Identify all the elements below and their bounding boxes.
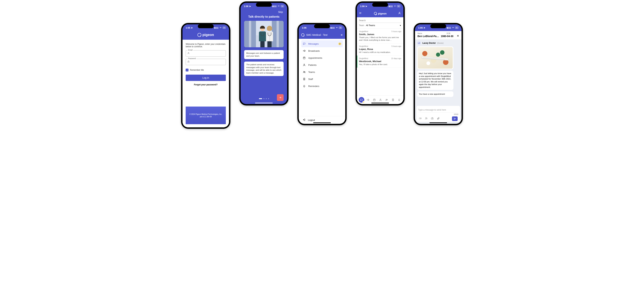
conversation-row[interactable]: SingleMind13 days ago Westbrook, Michael…: [357, 56, 404, 68]
signal-icon: ▮▯▯▯: [447, 27, 451, 29]
patient-header: NameDOB Ben LeBlond-Pa… 1980-04-30 ✕: [415, 31, 462, 39]
tab-broadcasts[interactable]: [366, 97, 370, 102]
conversation-name: Smith, James: [359, 33, 401, 36]
team-filter-value: All Teams: [366, 24, 398, 27]
svg-point-4: [304, 71, 304, 72]
wifi-icon: [336, 26, 338, 29]
pigeon-logo-icon: [198, 33, 201, 37]
nav-patients[interactable]: Patients: [301, 61, 343, 68]
lock-icon: [187, 60, 190, 63]
battery-indicator: 92: [397, 5, 400, 7]
svg-rect-9: [373, 99, 375, 101]
sender-name: Lacey Doctor: [422, 42, 436, 44]
search-placeholder: Search: [359, 19, 366, 22]
svg-point-3: [304, 64, 304, 65]
skip-link[interactable]: Skip: [278, 11, 283, 14]
svg-point-12: [387, 99, 388, 100]
attachment-icon[interactable]: [437, 117, 440, 120]
add-user-icon[interactable]: [425, 117, 428, 120]
conversation-row[interactable]: SingleMind5 hours ago Lopez, Rosa Hi! I …: [357, 43, 404, 56]
svg-point-0: [188, 52, 189, 53]
pigeon-logo-icon: [374, 12, 377, 15]
message-image[interactable]: [417, 46, 454, 69]
pigeon-logo-icon: [301, 33, 304, 37]
chat-icon: [302, 42, 306, 45]
patient-name: Ben LeBlond-Pa…: [418, 35, 439, 38]
chevron-down-icon: ▼: [400, 25, 401, 27]
tab-messages[interactable]: [359, 97, 364, 103]
team-filter-label: Team: [359, 24, 364, 27]
search-input[interactable]: Search: [359, 19, 401, 23]
conversation-name: Lopez, Rosa: [359, 48, 401, 50]
nav-messages[interactable]: Messages 2: [301, 40, 343, 47]
nav-label: Appointments: [308, 57, 322, 59]
location-icon: ➤: [191, 27, 193, 29]
nav-label: Messages: [308, 43, 319, 45]
nav-staff[interactable]: Staff: [301, 75, 343, 83]
battery-indicator: 92: [339, 27, 342, 29]
conversation-ago: 5 hours ago: [392, 45, 401, 47]
message-sender: LD Lacey Doctor (Doctor): [417, 41, 460, 45]
conversation-team: SingleMind: [359, 45, 368, 47]
version-text: prd-v1.2.38+39: [200, 116, 212, 118]
svg-point-10: [380, 99, 381, 100]
compose-input[interactable]: [418, 107, 458, 112]
camera-icon[interactable]: [431, 117, 434, 120]
close-icon[interactable]: ✕: [457, 34, 459, 38]
password-field[interactable]: [186, 59, 226, 65]
status-time: 1:06: [302, 27, 306, 29]
battery-indicator: 92: [281, 5, 284, 7]
bell-icon: [302, 85, 306, 87]
location-icon: ➤: [249, 5, 251, 8]
video-icon[interactable]: [419, 117, 422, 120]
svg-point-14: [393, 99, 393, 100]
svg-rect-15: [419, 118, 421, 119]
tab-teams[interactable]: [384, 97, 389, 102]
remember-me-checkbox[interactable]: ✓: [186, 69, 188, 71]
nav-broadcasts[interactable]: Broadcasts: [301, 47, 343, 54]
conversation-preview: Yes, I'll take a photo of the card.: [359, 63, 401, 66]
tab-appointments[interactable]: [372, 97, 377, 102]
svg-rect-1: [188, 61, 189, 62]
wifi-icon: [278, 5, 280, 8]
brand-header: pigeon: [182, 31, 229, 40]
wifi-icon: [394, 5, 396, 8]
copyright-text: © 2024 Pigeon Medical Technologies, Inc.: [189, 113, 222, 115]
menu-icon[interactable]: [359, 12, 362, 15]
brand-name: pigeon: [202, 33, 214, 37]
user-icon: [187, 52, 190, 55]
team-filter[interactable]: Team All Teams ▼: [359, 24, 401, 27]
header-name-label: Name: [418, 33, 434, 34]
header-dob-label: DOB: [446, 33, 450, 34]
close-icon[interactable]: ✕: [340, 33, 343, 37]
tab-patients[interactable]: [378, 97, 383, 102]
forgot-password-link[interactable]: Forgot your password?: [186, 83, 226, 86]
email-field[interactable]: [186, 50, 226, 57]
wifi-icon: [452, 26, 454, 29]
next-button[interactable]: [277, 94, 284, 101]
welcome-text: Welcome to Pigeon, enter your credential…: [186, 43, 226, 48]
nav-reminders[interactable]: Reminders: [301, 83, 343, 90]
svg-point-18: [432, 118, 432, 119]
calendar-icon: [302, 56, 306, 59]
tab-reminders[interactable]: [397, 97, 402, 102]
svg-point-11: [386, 99, 387, 100]
nav-teams[interactable]: Teams: [301, 68, 343, 75]
users-icon: [302, 71, 306, 73]
conversation-ago: 5 hours ago: [392, 30, 401, 33]
drawer-header: SMC Medical - Test ✕: [299, 31, 345, 39]
svg-rect-17: [431, 118, 433, 119]
nav-appointments[interactable]: Appointments: [301, 54, 343, 61]
svg-point-5: [304, 71, 305, 72]
nav-label: Staff: [308, 78, 313, 80]
onboarding-title: Talk directly to patients: [244, 15, 284, 18]
tab-staff[interactable]: [390, 97, 396, 102]
send-button[interactable]: [452, 116, 458, 121]
conversation-row[interactable]: SingleMind5 hours ago Smith, James Thank…: [357, 29, 404, 43]
signal-icon: ▮▯▯▯: [272, 5, 276, 8]
status-time: 1:05: [186, 27, 190, 29]
user-icon: [302, 64, 306, 66]
login-button[interactable]: Log in: [186, 75, 226, 81]
profile-icon[interactable]: [398, 12, 401, 15]
status-time: 1:06: [360, 5, 365, 8]
